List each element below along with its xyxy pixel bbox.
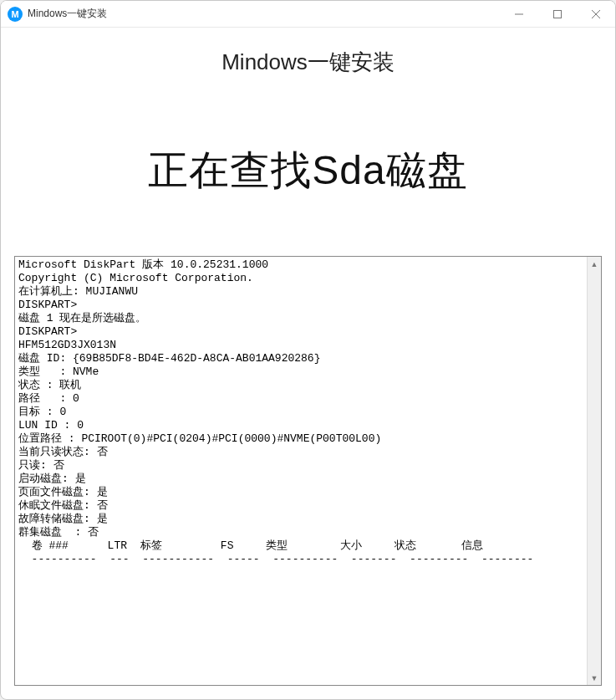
scroll-track[interactable]: [588, 271, 601, 671]
app-icon: M: [8, 7, 23, 22]
status-text: 正在查找Sda磁盘: [1, 144, 615, 197]
close-icon: [592, 10, 600, 18]
header-area: Mindows一键安装: [1, 28, 615, 102]
console-output: Microsoft DiskPart 版本 10.0.25231.1000 Co…: [15, 257, 587, 685]
status-area: 正在查找Sda磁盘: [1, 102, 615, 248]
titlebar-controls: [500, 1, 615, 27]
content-area: Mindows一键安装 正在查找Sda磁盘 Microsoft DiskPart…: [1, 28, 615, 699]
titlebar-left: M Mindows一键安装: [1, 7, 107, 22]
scrollbar[interactable]: ▲ ▼: [587, 257, 601, 685]
console-wrapper: Microsoft DiskPart 版本 10.0.25231.1000 Co…: [14, 256, 602, 686]
close-button[interactable]: [577, 1, 615, 27]
minimize-icon: [515, 10, 523, 18]
svg-rect-1: [554, 10, 562, 18]
maximize-icon: [553, 10, 562, 18]
window-title: Mindows一键安装: [28, 7, 107, 21]
titlebar: M Mindows一键安装: [1, 1, 615, 28]
minimize-button[interactable]: [500, 1, 538, 27]
maximize-button[interactable]: [538, 1, 577, 27]
app-window: M Mindows一键安装 Mindows一键安装 正在查找Sda磁盘 Micr…: [0, 0, 616, 700]
page-title: Mindows一键安装: [1, 48, 615, 77]
scroll-down-arrow-icon[interactable]: ▼: [588, 671, 601, 685]
scroll-up-arrow-icon[interactable]: ▲: [588, 257, 601, 271]
